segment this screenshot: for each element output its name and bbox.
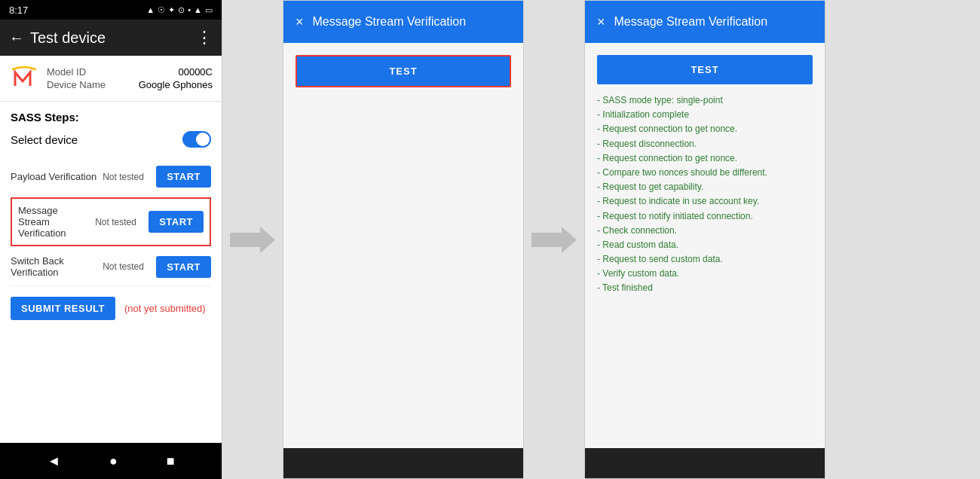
phone-panel: 8:17 ▲ ☉ ✦ ⊙ • ▲ ▭ ← Test device ⋮ Model… (0, 0, 222, 479)
dialog-bottom-bar-2 (585, 448, 825, 478)
dialog-log: - SASS mode type: single-point- Initiali… (597, 93, 813, 296)
more-icon: • (188, 5, 191, 14)
select-device-toggle[interactable] (182, 131, 211, 148)
menu-button[interactable]: ⋮ (196, 28, 213, 47)
log-line: - SASS mode type: single-point (597, 93, 813, 108)
arrow-icon-2 (531, 227, 577, 253)
dialog-spacer-1 (296, 87, 511, 436)
test-button-1[interactable]: TEST (296, 55, 511, 87)
device-name-row: Device Name Google Gphones (47, 79, 213, 90)
select-device-row: Select device (11, 131, 211, 148)
signal-icon: ▲ (146, 5, 155, 14)
start-button-message-stream[interactable]: START (149, 211, 204, 233)
device-name-label: Device Name (47, 79, 106, 90)
device-name-value: Google Gphones (139, 79, 213, 90)
log-line: - Read custom data. (597, 238, 813, 252)
log-line: - Request connection to get nonce. (597, 151, 813, 166)
step-row-payload: Payload Verification Not tested START (11, 158, 211, 196)
device-info: Model ID 00000C Device Name Google Gphon… (0, 56, 222, 102)
log-line: - Test finished (597, 281, 813, 295)
battery-icon: ▭ (205, 5, 213, 15)
arrow-1 (222, 0, 283, 479)
step-status-payload: Not tested (103, 172, 152, 182)
log-line: - Initialization complete (597, 108, 813, 122)
status-icons: ▲ ☉ ✦ ⊙ • ▲ ▭ (146, 5, 213, 15)
app-toolbar: ← Test device ⋮ (0, 20, 222, 56)
start-button-switchback[interactable]: START (156, 256, 211, 278)
step-status-switchback: Not tested (103, 261, 152, 272)
log-line: - Check connection. (597, 224, 813, 238)
log-line: - Request to send custom data. (597, 252, 813, 267)
step-label-switchback: Switch Back Verification (11, 255, 98, 278)
model-id-label: Model ID (47, 66, 86, 78)
dialog-panel-2: × Message Stream Verification TEST - SAS… (584, 0, 825, 479)
submit-result-button[interactable]: SUBMIT RESULT (11, 297, 115, 320)
back-button[interactable]: ← (9, 29, 24, 47)
sass-title: SASS Steps: (11, 111, 211, 124)
dialog-body-1: TEST (283, 43, 523, 448)
status-time: 8:17 (9, 5, 28, 16)
dialog-bottom-bar-1 (283, 448, 523, 478)
submit-status: (not yet submitted) (124, 303, 206, 314)
arrow-2 (524, 0, 584, 479)
dialog-close-button-1[interactable]: × (296, 14, 304, 30)
toolbar-title: Test device (30, 29, 190, 47)
step-row-switchback: Switch Back Verification Not tested STAR… (11, 248, 211, 286)
sass-content: SASS Steps: Select device Payload Verifi… (0, 102, 222, 443)
settings-icon: ✦ (168, 5, 175, 15)
dialog-close-button-2[interactable]: × (597, 14, 605, 30)
svg-marker-1 (531, 227, 577, 253)
dialog-body-2: TEST - SASS mode type: single-point- Ini… (585, 43, 825, 448)
dialog-title-2: Message Stream Verification (614, 15, 813, 29)
dialog-header-2: × Message Stream Verification (585, 1, 825, 43)
nav-recents-icon[interactable]: ■ (167, 453, 175, 469)
dialog-title-1: Message Stream Verification (313, 15, 511, 29)
nav-home-icon[interactable]: ● (109, 453, 118, 469)
step-status-message-stream: Not tested (95, 217, 144, 227)
nav-back-icon[interactable]: ◄ (47, 453, 60, 469)
dialog-header-1: × Message Stream Verification (283, 1, 523, 43)
log-line: - Request connection to get nonce. (597, 122, 813, 136)
dialog-panel-1: × Message Stream Verification TEST (283, 0, 524, 479)
bluetooth-icon: ⊙ (178, 5, 185, 15)
status-bar: 8:17 ▲ ☉ ✦ ⊙ • ▲ ▭ (0, 0, 222, 20)
log-line: - Request to get capability. (597, 180, 813, 194)
start-button-payload[interactable]: START (156, 166, 211, 188)
svg-marker-0 (230, 227, 275, 253)
step-label-message-stream: Message StreamVerification (18, 205, 90, 239)
model-id-value: 00000C (178, 66, 213, 78)
model-id-row: Model ID 00000C (47, 66, 213, 78)
log-line: - Request disconnection. (597, 137, 813, 151)
log-line: - Request to notify initiated connection… (597, 209, 813, 224)
arrow-icon-1 (230, 227, 275, 253)
device-logo (9, 63, 39, 93)
test-button-2[interactable]: TEST (597, 55, 813, 84)
step-row-message-stream: Message StreamVerification Not tested ST… (11, 197, 211, 246)
device-fields: Model ID 00000C Device Name Google Gphon… (47, 66, 213, 90)
select-device-label: Select device (11, 133, 78, 146)
wifi-icon: ▲ (194, 5, 202, 14)
submit-row: SUBMIT RESULT (not yet submitted) (11, 297, 211, 320)
step-label-payload: Payload Verification (11, 171, 98, 182)
log-line: - Compare two nonces should be different… (597, 166, 813, 180)
notification-icon: ☉ (158, 5, 165, 15)
log-line: - Verify custom data. (597, 267, 813, 281)
log-line: - Request to indicate in use account key… (597, 194, 813, 209)
phone-navbar: ◄ ● ■ (0, 443, 222, 479)
